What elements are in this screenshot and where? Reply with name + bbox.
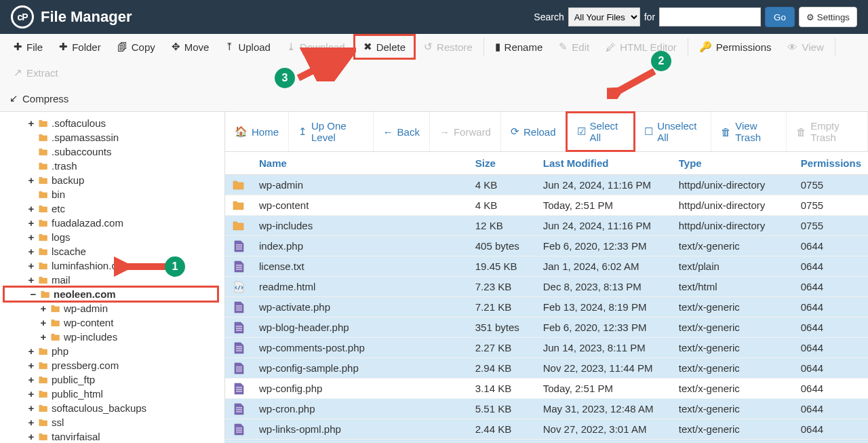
expand-toggle[interactable]: +	[27, 345, 35, 357]
expand-toggle[interactable]: +	[39, 303, 47, 314]
folder-button[interactable]: ✚Folder	[51, 34, 109, 60]
tree-node[interactable]: +public_ftp	[3, 372, 219, 387]
back-button[interactable]: ←Back	[374, 112, 430, 151]
table-row[interactable]: wp-includes12 KBJun 24, 2024, 11:16 PMht…	[225, 216, 868, 236]
tree-node[interactable]: +fuadalazad.com	[3, 216, 219, 230]
move-button[interactable]: ✥Move	[163, 34, 218, 60]
compress-button[interactable]: ↙Compress	[5, 85, 77, 111]
file-button[interactable]: ✚File	[5, 34, 51, 60]
tree-node[interactable]: +logs	[3, 230, 219, 244]
app-title: File Manager	[41, 8, 132, 26]
search-input[interactable]	[659, 7, 761, 26]
tree-node[interactable]: +.softaculous	[3, 116, 219, 130]
tree-node[interactable]: +public_html	[3, 387, 219, 401]
table-row[interactable]: wp-blog-header.php351 bytesFeb 6, 2020, …	[225, 317, 868, 338]
upload-button[interactable]: ⤒Upload	[217, 34, 279, 60]
expand-toggle[interactable]: +	[27, 246, 35, 257]
up-one-level-button[interactable]: ↥Up One Level	[289, 112, 374, 151]
table-row[interactable]: wp-activate.php7.21 KBFeb 13, 2024, 8:19…	[225, 297, 868, 317]
html-editor-button[interactable]: 🖉HTML Editor	[597, 35, 685, 60]
tree-node[interactable]: +lscache	[3, 244, 219, 258]
table-row[interactable]: wp-content4 KBToday, 2:51 PMhttpd/unix-d…	[225, 195, 868, 216]
file-icon	[232, 240, 245, 252]
forward-button[interactable]: →Forward	[430, 112, 501, 151]
reload-button[interactable]: ⟳Reload	[501, 112, 566, 151]
view-button[interactable]: 👁View	[779, 35, 831, 60]
tree-node[interactable]: +wp-includes	[3, 330, 219, 344]
download-button[interactable]: ⤓Download	[279, 34, 353, 60]
tree-node[interactable]: +luminfashion.com	[3, 258, 219, 273]
tree-node[interactable]: +wp-admin	[3, 301, 219, 315]
tree-node[interactable]: +softaculous_backups	[3, 401, 219, 415]
table-row[interactable]: wp-comments-post.php2.27 KBJun 14, 2023,…	[225, 338, 868, 358]
col-permissions[interactable]: Permissions	[794, 152, 868, 175]
empty-trash-button[interactable]: 🗑Empty Trash	[787, 112, 868, 151]
delete-button[interactable]: ✖Delete	[353, 34, 416, 60]
col-type[interactable]: Type	[672, 152, 794, 175]
expand-toggle[interactable]: +	[27, 360, 35, 371]
tree-node[interactable]: +.trash	[3, 159, 219, 173]
expand-toggle[interactable]: +	[27, 402, 35, 414]
folder-tree[interactable]: +.softaculous+.spamassassin+.subaccounts…	[0, 112, 225, 443]
tree-node[interactable]: +ssl	[3, 415, 219, 429]
cell-modified: Nov 22, 2023, 11:44 PM	[536, 358, 672, 379]
expand-toggle[interactable]: +	[27, 260, 35, 271]
table-row[interactable]: wp-load.php3.83 KBJul 16, 2023, 6:16 PMt…	[225, 440, 868, 443]
expand-toggle[interactable]: +	[27, 431, 35, 442]
select-all-button[interactable]: ☑Select All	[566, 111, 636, 152]
expand-toggle[interactable]: +	[27, 388, 35, 400]
expand-toggle[interactable]: +	[27, 417, 35, 428]
forward-icon: →	[439, 126, 450, 138]
unselect-all-button[interactable]: ☐Unselect All	[635, 112, 711, 151]
view-trash-button[interactable]: 🗑View Trash	[711, 112, 787, 151]
settings-button[interactable]: Settings	[799, 7, 857, 27]
expand-toggle[interactable]: +	[27, 231, 35, 243]
expand-toggle[interactable]: +	[27, 117, 35, 129]
expand-toggle[interactable]: +	[27, 174, 35, 186]
tree-node[interactable]: +php	[3, 344, 219, 358]
expand-toggle[interactable]: +	[39, 331, 47, 343]
table-row[interactable]: wp-cron.php5.51 KBMay 31, 2023, 12:48 AM…	[225, 399, 868, 419]
copy-button[interactable]: 🗐Copy	[109, 35, 163, 60]
expand-toggle[interactable]: +	[27, 203, 35, 214]
tree-node[interactable]: +etc	[3, 201, 219, 216]
col-size[interactable]: Size	[469, 152, 536, 175]
expand-toggle[interactable]: +	[39, 317, 47, 328]
expand-toggle[interactable]: +	[27, 374, 35, 385]
cell-permissions: 0644	[794, 419, 868, 440]
tree-node-label: etc	[52, 203, 65, 214]
tree-node[interactable]: +pressberg.com	[3, 358, 219, 372]
tree-node[interactable]: +wp-content	[3, 315, 219, 330]
expand-toggle[interactable]: +	[27, 217, 35, 229]
table-row[interactable]: readme.html7.23 KBDec 8, 2023, 8:13 PMte…	[225, 277, 868, 297]
edit-button[interactable]: ✎Edit	[551, 34, 597, 60]
go-button[interactable]: Go	[765, 7, 795, 27]
tree-node[interactable]: +mail	[3, 273, 219, 287]
tree-node[interactable]: +bin	[3, 187, 219, 201]
extract-button[interactable]: ↗Extract	[5, 60, 66, 85]
restore-button[interactable]: ↺Restore	[416, 34, 481, 60]
table-row[interactable]: wp-links-opml.php2.44 KBNov 27, 2022, 3:…	[225, 419, 868, 440]
table-row[interactable]: license.txt19.45 KBJan 1, 2024, 6:02 AMt…	[225, 256, 868, 277]
table-row[interactable]: wp-admin4 KBJun 24, 2024, 11:16 PMhttpd/…	[225, 175, 868, 195]
search-scope-select[interactable]: All Your Files	[568, 7, 640, 26]
cell-name: wp-cron.php	[252, 399, 469, 419]
tree-node[interactable]: −neoleen.com	[3, 287, 219, 301]
folder-icon	[50, 318, 61, 328]
col-name[interactable]: Name	[252, 152, 469, 175]
tree-node[interactable]: +backup	[3, 173, 219, 187]
tree-node[interactable]: +.spamassassin	[3, 130, 219, 145]
expand-toggle[interactable]: +	[27, 274, 35, 286]
tree-node[interactable]: +.subaccounts	[3, 145, 219, 159]
rename-button[interactable]: ▮Rename	[487, 34, 551, 60]
file-table: Name Size Last Modified Type Permissions…	[225, 152, 868, 443]
expand-toggle[interactable]: −	[29, 288, 37, 300]
tree-node[interactable]: +tanvirfaisal	[3, 429, 219, 443]
table-row[interactable]: index.php405 bytesFeb 6, 2020, 12:33 PMt…	[225, 236, 868, 256]
table-row[interactable]: wp-config-sample.php2.94 KBNov 22, 2023,…	[225, 358, 868, 379]
permissions-button[interactable]: 🔑Permissions	[691, 34, 780, 60]
table-row[interactable]: wp-config.php3.14 KBToday, 2:51 PMtext/x…	[225, 379, 868, 399]
col-modified[interactable]: Last Modified	[536, 152, 672, 175]
upload-icon: ⤒	[225, 41, 234, 53]
home-button[interactable]: 🏠Home	[225, 112, 289, 151]
